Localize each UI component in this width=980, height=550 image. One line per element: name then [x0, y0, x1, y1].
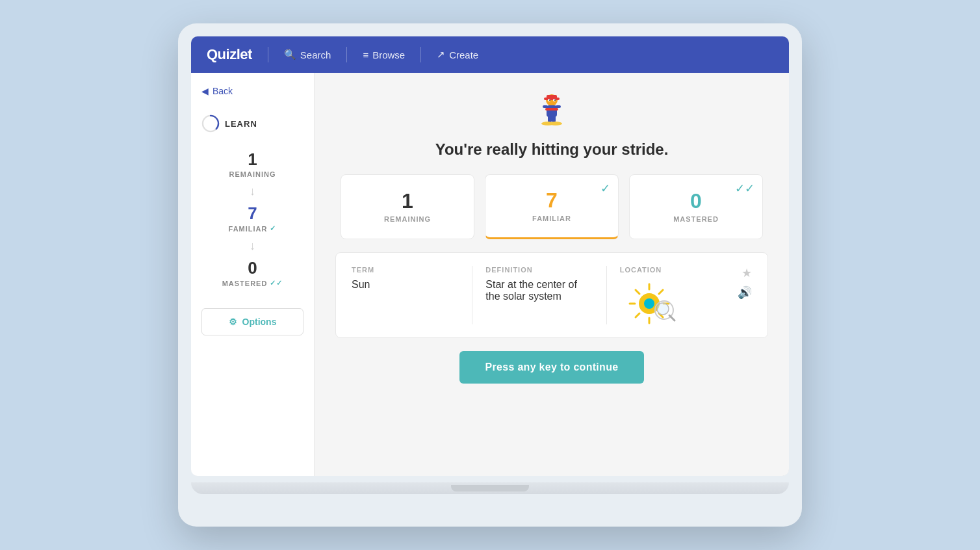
svg-rect-6 — [548, 116, 552, 122]
navbar: Quizlet 🔍 Search ≡ Browse ↗ Create — [191, 36, 789, 73]
svg-rect-3 — [547, 105, 557, 117]
back-chevron-icon: ◀ — [201, 86, 209, 96]
content-area: ◀ Back LEARN 1 REMAINING ↓ 7 — [191, 73, 789, 476]
svg-rect-4 — [543, 105, 548, 108]
main-area: You're really hitting your stride. 1 REM… — [315, 73, 789, 476]
sidebar-stats: 1 REMAINING ↓ 7 FAMILIAR ✓ ↓ 0 MASTERED … — [201, 151, 303, 287]
star-button[interactable]: ★ — [741, 266, 752, 280]
svg-line-30 — [669, 315, 675, 321]
laptop-screen: Quizlet 🔍 Search ≡ Browse ↗ Create ◀ — [191, 36, 789, 476]
laptop-base — [191, 482, 789, 494]
create-icon: ↗ — [437, 49, 445, 60]
svg-point-15 — [549, 99, 550, 101]
learn-section: LEARN — [201, 114, 303, 133]
definition-col-divider — [606, 266, 607, 324]
audio-button[interactable]: 🔊 — [738, 285, 752, 300]
options-icon: ⚙ — [229, 317, 237, 327]
mascot-icon — [531, 91, 573, 133]
mastered-card-check-icon: ✓✓ — [735, 181, 754, 196]
term-col-divider — [472, 266, 472, 324]
svg-rect-12 — [545, 108, 558, 111]
svg-line-24 — [659, 290, 663, 294]
svg-line-22 — [636, 290, 639, 294]
nav-logo: Quizlet — [207, 46, 252, 63]
term-image — [620, 279, 685, 324]
remaining-card: 1 REMAINING — [341, 174, 474, 239]
familiar-card-check-icon: ✓ — [600, 181, 610, 196]
options-button[interactable]: ⚙ Options — [201, 308, 303, 335]
svg-point-16 — [554, 99, 556, 101]
nav-divider — [268, 47, 268, 62]
svg-rect-11 — [544, 98, 560, 100]
nav-search[interactable]: 🔍 Search — [284, 49, 331, 60]
stats-cards-row: 1 REMAINING ✓ 7 FAMILIAR ✓✓ 0 MASTERED — [335, 174, 768, 239]
mastered-card: ✓✓ 0 MASTERED — [629, 174, 763, 239]
back-button[interactable]: ◀ Back — [201, 86, 303, 96]
nav-create[interactable]: ↗ Create — [437, 49, 478, 60]
familiar-card: ✓ 7 FAMILIAR — [485, 174, 619, 239]
term-column: TERM Sun — [352, 266, 459, 291]
learn-progress-icon — [201, 114, 220, 133]
location-column: LOCATION — [620, 266, 727, 324]
laptop-notch — [451, 485, 529, 491]
arrow-down-icon-1: ↓ — [250, 185, 255, 198]
nav-divider-2 — [346, 47, 347, 62]
headline: You're really hitting your stride. — [435, 140, 669, 159]
nav-divider-3 — [420, 47, 421, 62]
continue-button[interactable]: Press any key to continue — [459, 351, 645, 384]
term-card: TERM Sun DEFINITION Star at the center o… — [335, 252, 768, 338]
svg-rect-7 — [552, 116, 556, 122]
svg-rect-5 — [556, 105, 561, 108]
familiar-check-icon: ✓ — [270, 224, 276, 233]
sidebar: ◀ Back LEARN 1 REMAINING ↓ 7 — [191, 73, 315, 476]
mastered-check-icon: ✓✓ — [270, 279, 283, 287]
svg-point-9 — [549, 122, 562, 125]
sun-illustration — [626, 279, 678, 324]
svg-point-29 — [657, 303, 669, 315]
browse-icon: ≡ — [363, 49, 368, 60]
svg-line-25 — [636, 313, 639, 317]
arrow-down-icon-2: ↓ — [250, 239, 255, 253]
search-icon: 🔍 — [284, 49, 296, 60]
svg-point-27 — [644, 298, 654, 309]
nav-browse[interactable]: ≡ Browse — [363, 49, 405, 60]
laptop-frame: Quizlet 🔍 Search ≡ Browse ↗ Create ◀ — [178, 23, 802, 527]
term-actions: ★ 🔊 — [738, 266, 752, 300]
definition-column: DEFINITION Star at the center of the sol… — [485, 266, 593, 302]
